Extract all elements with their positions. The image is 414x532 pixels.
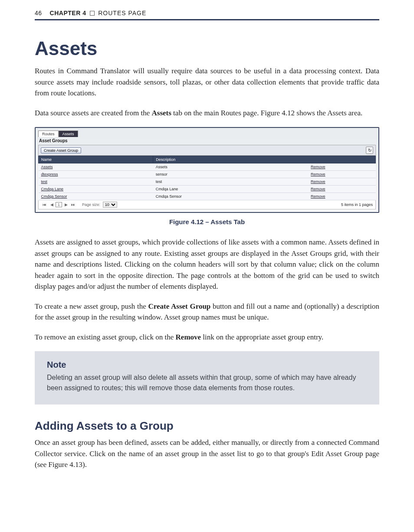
running-header: 46 CHAPTER 4 ROUTES PAGE (35, 10, 379, 20)
note-box: Note Deleting an asset group will also d… (35, 351, 379, 405)
table-row: Cmdqa Lane Cmdqa Lane Remove (39, 186, 376, 193)
section-label: ROUTES PAGE (98, 10, 146, 16)
note-title: Note (47, 360, 367, 370)
figure-caption: Figure 4.12 – Assets Tab (35, 218, 379, 225)
paragraph-remove-group: To remove an existing asset group, click… (35, 332, 379, 343)
column-header-description[interactable]: Description (153, 156, 376, 163)
asset-group-link[interactable]: test (41, 180, 48, 184)
remove-link[interactable]: Remove (311, 165, 325, 169)
asset-group-link[interactable]: Assets (41, 165, 53, 169)
tab-bar: Routes Assets (38, 131, 376, 137)
remove-link[interactable]: Remove (311, 180, 325, 184)
asset-group-link[interactable]: Cmdqa Lane (41, 187, 64, 191)
page-number: 46 (35, 10, 42, 16)
text-span: Data source assets are created from the (35, 109, 152, 117)
table-row: Assets Assets Remove (39, 163, 376, 171)
pager: ⏮ ◀ 1 ▶ ⏭ Page size: 10 5 items in 1 pag… (38, 200, 376, 209)
asset-groups-grid: Name Description Assets Assets Remove dt… (38, 156, 376, 200)
text-span: tab on the main Routes page. Figure 4.12… (171, 109, 363, 117)
paragraph-asset-groups: Assets are assigned to asset groups, whi… (35, 237, 379, 292)
remove-link[interactable]: Remove (311, 194, 325, 199)
tab-routes[interactable]: Routes (38, 131, 59, 137)
table-row: dtexpress sensor Remove (39, 171, 376, 178)
asset-groups-heading: Asset Groups (39, 138, 376, 143)
text-span: To remove an existing asset group, click… (35, 333, 176, 341)
bold-text: Remove (176, 333, 201, 341)
page-size-select[interactable]: 10 (103, 202, 117, 208)
cell-description: Cmdqa Lane (153, 186, 308, 193)
pager-next-icon[interactable]: ▶ (63, 202, 69, 207)
create-asset-group-button[interactable]: Create Asset Group (41, 147, 81, 153)
bold-text: Assets (152, 109, 171, 117)
table-row: test test Remove (39, 178, 376, 186)
cell-description: Cmdqa Sensor (153, 193, 308, 200)
table-row: Cmdqa Sensor Cmdqa Sensor Remove (39, 193, 376, 200)
paragraph-adding-assets: Once an asset group has been defined, as… (35, 437, 379, 470)
asset-group-link[interactable]: Cmdqa Sensor (41, 194, 67, 199)
toolbar: Create Asset Group ↻ (38, 145, 376, 156)
text-span: link on the appropriate asset group entr… (201, 333, 323, 341)
bold-text: Create Asset Group (148, 302, 211, 310)
page-title: Assets (35, 38, 379, 59)
remove-link[interactable]: Remove (311, 172, 325, 176)
assets-tab-screenshot: Routes Assets Asset Groups Create Asset … (35, 127, 379, 213)
intro-paragraph-1: Routes in Command Translator will usuall… (35, 65, 379, 99)
cell-description: test (153, 178, 308, 186)
subheading-adding-assets: Adding Assets to a Group (35, 419, 379, 433)
paragraph-create-group: To create a new asset group, push the Cr… (35, 301, 379, 323)
pager-prev-icon[interactable]: ◀ (49, 202, 55, 207)
remove-link[interactable]: Remove (311, 187, 325, 191)
cell-description: sensor (153, 171, 308, 178)
asset-group-link[interactable]: dtexpress (41, 172, 58, 176)
note-body: Deleting an asset group will also delete… (47, 372, 367, 393)
pager-first-icon[interactable]: ⏮ (41, 202, 48, 207)
cell-description: Assets (153, 163, 308, 171)
column-header-name[interactable]: Name (39, 156, 153, 163)
pager-page-input[interactable]: 1 (56, 202, 62, 207)
refresh-icon[interactable]: ↻ (366, 147, 373, 154)
square-icon (90, 11, 95, 16)
text-span: To create a new asset group, push the (35, 302, 148, 310)
chapter-label: CHAPTER 4 (50, 10, 86, 16)
pager-last-icon[interactable]: ⏭ (70, 202, 76, 207)
tab-assets[interactable]: Assets (59, 131, 78, 137)
pager-summary: 5 items in 1 pages (341, 202, 373, 207)
intro-paragraph-2: Data source assets are created from the … (35, 108, 379, 119)
page-size-label: Page size: (81, 202, 102, 207)
